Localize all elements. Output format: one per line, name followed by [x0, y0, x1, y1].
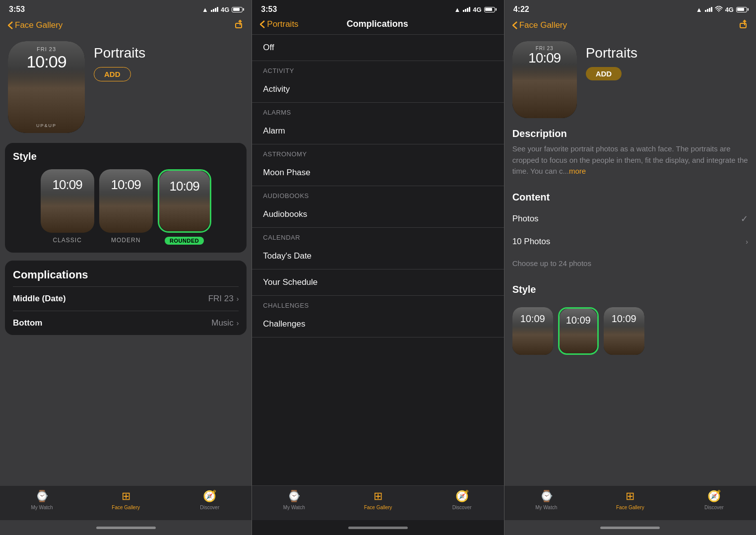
watch-info-left: Portraits ADD: [94, 41, 145, 81]
content-label-10photos: 10 Photos: [512, 237, 551, 247]
tab-label-discover-middle: Discover: [452, 505, 472, 510]
comp-row-bottom[interactable]: Bottom Music ›: [13, 311, 239, 335]
comp-item-todaysdate-text: Today's Date: [263, 251, 312, 261]
rounded-badge: ROUNDED: [165, 237, 204, 245]
tab-discover-middle[interactable]: 🧭 Discover: [420, 490, 504, 510]
status-bar-right: 4:22 ▲ 4G: [504, 0, 756, 17]
tab-icon-mywatch-left: ⌚: [35, 490, 49, 503]
battery-right: [736, 7, 747, 12]
style-option-modern[interactable]: 10:09 MODERN: [99, 169, 153, 245]
network-label-right: 4G: [725, 6, 734, 13]
style-options-left: 10:09 CLASSIC 10:09 MODERN 10:09: [13, 169, 239, 245]
status-icons-middle: ▲ 4G: [454, 6, 495, 13]
content-label-photos: Photos: [512, 214, 539, 224]
content-hint: Choose up to 24 photos: [512, 259, 591, 268]
share-button-left[interactable]: [234, 19, 244, 31]
home-indicator-middle: [252, 520, 504, 535]
tab-mywatch-right[interactable]: ⌚ My Watch: [504, 490, 588, 510]
comp-item-yourschedule[interactable]: Your Schedule: [252, 269, 504, 296]
right-style-classic[interactable]: 10:09: [512, 307, 553, 355]
tab-facegallery-middle[interactable]: ⊞ Face Gallery: [336, 490, 420, 510]
comp-item-todaysdate[interactable]: Today's Date: [252, 243, 504, 269]
back-label-left: Face Gallery: [15, 20, 63, 30]
time-middle: 3:53: [261, 5, 277, 14]
back-button-middle[interactable]: Portraits: [260, 19, 298, 29]
tab-discover-right[interactable]: 🧭 Discover: [672, 490, 756, 510]
description-text: See your favorite portrait photos as a w…: [512, 143, 748, 177]
signal-bars-left: [211, 7, 218, 12]
add-button-left[interactable]: ADD: [94, 67, 131, 81]
comp-item-moonphase[interactable]: Moon Phase: [252, 160, 504, 186]
home-indicator-left: [0, 520, 252, 535]
tab-facegallery-left[interactable]: ⊞ Face Gallery: [84, 490, 168, 510]
watch-info-right: Portraits ADD: [586, 41, 637, 80]
tab-icon-facegallery-middle: ⊞: [374, 490, 382, 503]
tab-label-mywatch-left: My Watch: [31, 505, 53, 510]
tab-facegallery-right[interactable]: ⊞ Face Gallery: [588, 490, 672, 510]
location-icon-middle: ▲: [454, 6, 460, 13]
tab-discover-left[interactable]: 🧭 Discover: [168, 490, 252, 510]
tab-bar-right: ⌚ My Watch ⊞ Face Gallery 🧭 Discover: [504, 485, 756, 520]
tab-mywatch-left[interactable]: ⌚ My Watch: [0, 490, 84, 510]
style-title-right: Style: [512, 278, 748, 300]
chevron-icon-middle: ›: [237, 295, 239, 303]
comp-section-astronomy: ASTRONOMY: [252, 144, 504, 160]
comp-item-challenges[interactable]: Challenges: [252, 311, 504, 337]
status-bar-left: 3:53 ▲ 4G: [0, 0, 252, 17]
tab-label-facegallery-middle: Face Gallery: [364, 505, 392, 510]
comp-item-audiobooks-text: Audiobooks: [263, 209, 307, 219]
tab-icon-mywatch-middle: ⌚: [287, 490, 301, 503]
style-section-right: Style 10:09 10:09 10:09: [504, 277, 756, 363]
style-label-modern: MODERN: [111, 237, 140, 244]
style-option-rounded[interactable]: 10:09 ROUNDED: [158, 169, 211, 245]
status-icons-left: ▲ 4G: [202, 6, 243, 13]
panel-left: 3:53 ▲ 4G Face Gallery FRI 23 10:09: [0, 0, 252, 535]
tab-mywatch-middle[interactable]: ⌚ My Watch: [252, 490, 336, 510]
time-right: 4:22: [513, 5, 529, 14]
more-link[interactable]: more: [569, 167, 586, 175]
content-title: Content: [512, 186, 748, 207]
signal-bars-middle: [463, 7, 470, 12]
comp-item-audiobooks[interactable]: Audiobooks: [252, 201, 504, 228]
comp-item-moonphase-text: Moon Phase: [263, 168, 310, 177]
content-row-10photos[interactable]: 10 Photos ›: [512, 230, 748, 253]
style-option-classic[interactable]: 10:09 CLASSIC: [41, 169, 94, 245]
tab-label-facegallery-right: Face Gallery: [616, 505, 644, 510]
watch-face-right: FRI 23 10:09: [512, 41, 577, 118]
tab-label-mywatch-right: My Watch: [535, 505, 557, 510]
back-button-left[interactable]: Face Gallery: [8, 20, 63, 30]
tab-icon-facegallery-left: ⊞: [122, 490, 130, 503]
location-icon-left: ▲: [202, 6, 208, 13]
tab-bar-middle: ⌚ My Watch ⊞ Face Gallery 🧭 Discover: [252, 485, 504, 520]
description-title: Description: [512, 128, 748, 139]
battery-left: [232, 7, 243, 12]
right-style-modern[interactable]: 10:09: [604, 307, 644, 355]
status-bar-middle: 3:53 ▲ 4G: [252, 0, 504, 17]
content-row-hint: Choose up to 24 photos: [512, 253, 748, 273]
complications-title-left: Complications: [13, 261, 239, 286]
tab-label-facegallery-left: Face Gallery: [112, 505, 140, 510]
add-button-right[interactable]: ADD: [586, 67, 622, 80]
comp-item-challenges-text: Challenges: [263, 319, 305, 329]
comp-row-middle-date[interactable]: Middle (Date) FRI 23 ›: [13, 286, 239, 311]
comp-section-audiobooks: AUDIOBOOKS: [252, 186, 504, 201]
watch-label-left: UP&UP: [8, 123, 85, 128]
share-button-right[interactable]: [738, 19, 748, 31]
tab-icon-discover-left: 🧭: [203, 490, 216, 503]
content-row-photos[interactable]: Photos ✓: [512, 207, 748, 230]
comp-item-off-text: Off: [263, 43, 274, 52]
comp-item-alarm[interactable]: Alarm: [252, 118, 504, 144]
style-label-classic: CLASSIC: [53, 237, 81, 244]
svg-rect-0: [236, 23, 242, 28]
comp-item-activity[interactable]: Activity: [252, 76, 504, 103]
comp-item-activity-text: Activity: [263, 84, 290, 94]
back-button-right[interactable]: Face Gallery: [512, 20, 567, 30]
svg-point-1: [718, 11, 719, 12]
right-style-rounded[interactable]: 10:09: [558, 307, 599, 355]
signal-bars-right: [705, 7, 712, 12]
content-right-10photos: ›: [746, 238, 748, 246]
watch-name-right: Portraits: [586, 45, 637, 61]
location-icon-right: ▲: [696, 6, 702, 13]
comp-item-off[interactable]: Off: [252, 34, 504, 61]
comp-section-calendar: CALENDAR: [252, 228, 504, 243]
